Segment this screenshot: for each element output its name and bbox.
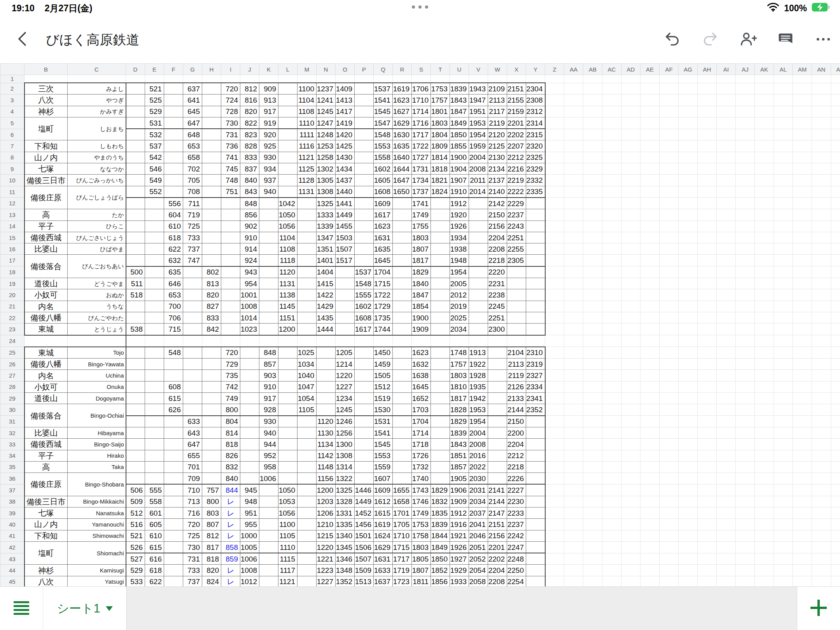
- cell[interactable]: [564, 461, 583, 472]
- cell[interactable]: 1629: [374, 541, 393, 553]
- station-reading-cell[interactable]: たか: [68, 209, 126, 220]
- cell[interactable]: [774, 576, 793, 586]
- cell[interactable]: 1814: [431, 152, 450, 163]
- cell[interactable]: [545, 553, 564, 565]
- cell[interactable]: [583, 163, 602, 175]
- cell[interactable]: [145, 243, 164, 255]
- cell[interactable]: [202, 473, 221, 485]
- cell[interactable]: [717, 209, 736, 220]
- cell[interactable]: 2207: [507, 140, 526, 152]
- row-header[interactable]: 6: [0, 129, 24, 140]
- cell[interactable]: 820: [202, 565, 221, 576]
- cell[interactable]: [164, 175, 183, 186]
- cell[interactable]: [679, 381, 698, 392]
- cell[interactable]: [583, 370, 602, 381]
- cell[interactable]: [164, 106, 183, 117]
- cell[interactable]: 1352: [336, 576, 355, 586]
- station-reading-cell[interactable]: やまのうち: [68, 152, 126, 163]
- cell[interactable]: 804: [221, 416, 240, 427]
- station-cell[interactable]: 高: [24, 461, 68, 472]
- cell[interactable]: [621, 416, 640, 427]
- cell[interactable]: [583, 393, 602, 404]
- cell[interactable]: 1455: [336, 220, 355, 232]
- cell[interactable]: [660, 541, 679, 553]
- cell[interactable]: [221, 289, 240, 301]
- cell[interactable]: 745: [221, 163, 240, 175]
- cell[interactable]: [183, 370, 202, 381]
- cell[interactable]: [698, 266, 717, 278]
- cell[interactable]: [621, 347, 640, 359]
- cell[interactable]: レ: [221, 519, 240, 530]
- cell[interactable]: [583, 335, 602, 347]
- cell[interactable]: [793, 198, 812, 209]
- cell[interactable]: [679, 278, 698, 289]
- cell[interactable]: 2352: [526, 404, 545, 416]
- cell[interactable]: [698, 335, 717, 347]
- cell[interactable]: [545, 359, 564, 370]
- cell[interactable]: 1503: [336, 232, 355, 243]
- cell[interactable]: [736, 94, 755, 106]
- cell[interactable]: [317, 75, 336, 83]
- cell[interactable]: 616: [145, 553, 164, 565]
- cell[interactable]: [755, 473, 774, 485]
- cell[interactable]: 713: [183, 496, 202, 507]
- cell[interactable]: [774, 75, 793, 83]
- cell[interactable]: [336, 335, 355, 347]
- cell[interactable]: [564, 186, 583, 198]
- cell[interactable]: [298, 209, 317, 220]
- cell[interactable]: [564, 541, 583, 553]
- row-header[interactable]: 20: [0, 289, 24, 301]
- cell[interactable]: [526, 324, 545, 335]
- cell[interactable]: [755, 335, 774, 347]
- cell[interactable]: [736, 335, 755, 347]
- cell[interactable]: 733: [183, 232, 202, 243]
- cell[interactable]: [698, 152, 717, 163]
- cell[interactable]: 1125: [298, 163, 317, 175]
- cell[interactable]: 1630: [393, 129, 412, 140]
- cell[interactable]: 1943: [469, 83, 488, 94]
- cell[interactable]: [469, 278, 488, 289]
- cell[interactable]: [621, 484, 640, 496]
- cell[interactable]: [126, 209, 145, 220]
- cell[interactable]: [640, 312, 660, 323]
- cell[interactable]: [583, 473, 602, 485]
- cell[interactable]: [717, 324, 736, 335]
- cell[interactable]: [202, 393, 221, 404]
- cell[interactable]: 1907: [450, 175, 469, 186]
- cell[interactable]: 1753: [412, 519, 431, 530]
- cell[interactable]: 1121: [298, 152, 317, 163]
- cell[interactable]: 2315: [526, 129, 545, 140]
- cell[interactable]: [660, 186, 679, 198]
- cell[interactable]: 635: [164, 266, 183, 278]
- cell[interactable]: 556: [164, 198, 183, 209]
- cell[interactable]: 1722: [412, 140, 431, 152]
- cell[interactable]: 2155: [507, 94, 526, 106]
- cell[interactable]: [774, 393, 793, 404]
- column-header[interactable]: N: [317, 64, 336, 75]
- cell[interactable]: [564, 565, 583, 576]
- row-header[interactable]: 36: [0, 473, 24, 485]
- cell[interactable]: [774, 266, 793, 278]
- cell[interactable]: [431, 473, 450, 485]
- cell[interactable]: 1100: [278, 519, 298, 530]
- cell[interactable]: [278, 140, 298, 152]
- cell[interactable]: 1909: [412, 324, 431, 335]
- cell[interactable]: [774, 198, 793, 209]
- cell[interactable]: [717, 404, 736, 416]
- cell[interactable]: [126, 416, 145, 427]
- cell[interactable]: [793, 243, 812, 255]
- cell[interactable]: 2204: [488, 565, 507, 576]
- cell[interactable]: [698, 359, 717, 370]
- cell[interactable]: [831, 324, 840, 335]
- cell[interactable]: 1710: [393, 530, 412, 541]
- cell[interactable]: 2334: [526, 381, 545, 392]
- cell[interactable]: [679, 473, 698, 485]
- cell[interactable]: [259, 75, 278, 83]
- cell[interactable]: 1300: [336, 439, 355, 450]
- cell[interactable]: [393, 450, 412, 461]
- cell[interactable]: [831, 461, 840, 472]
- cell[interactable]: 1856: [431, 576, 450, 586]
- cell[interactable]: [355, 106, 374, 117]
- cell[interactable]: [640, 255, 660, 266]
- cell[interactable]: 1839: [450, 427, 469, 438]
